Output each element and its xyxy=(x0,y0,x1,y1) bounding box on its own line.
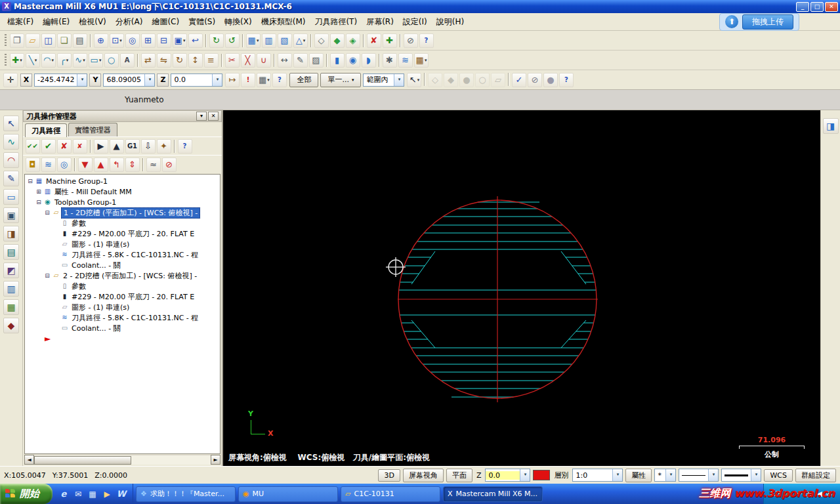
save-file-icon[interactable]: ◫ xyxy=(41,33,56,48)
graphics-viewport[interactable]: Y X 屏幕視角:俯檢視 WCS:俯檢視 刀具/繪圖平面:俯檢視 71.096 … xyxy=(223,110,820,466)
tree-row[interactable]: ⊞ ▥ 屬性 - Mill Default MM xyxy=(25,186,220,197)
menu-machine-type[interactable]: 機床類型(M) xyxy=(257,14,310,30)
curve-tool-icon[interactable]: ∿ xyxy=(3,134,19,150)
menu-file[interactable]: 檔案(F) xyxy=(3,14,38,30)
menu-xform[interactable]: 轉換(X) xyxy=(220,14,257,30)
help-icon[interactable]: ? xyxy=(419,33,434,48)
backplot-icon[interactable]: ▶ xyxy=(94,139,108,154)
panel-horizontal-scrollbar[interactable]: ◄ ► xyxy=(24,455,220,465)
grid-settings-icon[interactable]: ▦▾ xyxy=(414,53,429,68)
viewsheet-3-icon[interactable]: ▤ xyxy=(3,244,19,260)
create-spline-icon[interactable]: ∿▾ xyxy=(73,53,87,68)
panel-collapse-button[interactable]: ▾ xyxy=(196,112,207,121)
word-quicklaunch-icon[interactable]: W xyxy=(116,488,127,500)
select-body-icon[interactable]: ● xyxy=(459,73,474,87)
gview-front-icon[interactable]: ▥ xyxy=(262,33,276,48)
expand-toggle-icon[interactable]: ⊞ xyxy=(35,188,43,195)
tree-row[interactable]: ≋ 刀具路徑 - 5.8K - C1C-10131.NC - 程 xyxy=(25,312,220,323)
menu-analyze[interactable]: 分析(A) xyxy=(111,14,148,30)
menu-screen[interactable]: 屏幕(R) xyxy=(362,14,398,30)
scroll-left-icon[interactable]: ◄ xyxy=(24,455,34,465)
regen-invalid-ops-icon[interactable]: ✔ xyxy=(41,139,56,154)
solid-revolve-icon[interactable]: ◉ xyxy=(346,53,360,68)
gview-button[interactable]: 屏幕視角 xyxy=(403,469,444,482)
select-last-icon[interactable]: ▱ xyxy=(491,73,505,87)
delete-ops-icon[interactable]: ✘ xyxy=(57,139,72,154)
tree-row[interactable]: ► xyxy=(25,333,220,344)
create-arc-icon[interactable]: ◠▾ xyxy=(41,53,56,68)
verify-icon[interactable]: ▲ xyxy=(110,139,124,154)
task-mu[interactable]: ◉MU xyxy=(238,486,338,502)
start-button[interactable]: 開始 xyxy=(0,484,52,504)
point-style-combo[interactable]: *▾ xyxy=(654,469,676,482)
viewsheet-2-icon[interactable]: ◨ xyxy=(3,226,19,242)
post-process-icon[interactable]: ⇩ xyxy=(141,139,156,154)
ie-quicklaunch-icon[interactable]: e xyxy=(58,488,70,500)
menu-help[interactable]: 說明(H) xyxy=(432,14,469,30)
dropdown-caret[interactable]: ▾ xyxy=(77,74,87,86)
fastpoint-icon[interactable]: ↦ xyxy=(225,73,240,87)
surface-icon[interactable]: ◗ xyxy=(362,53,376,68)
arc-tool-icon[interactable]: ◠ xyxy=(3,152,19,168)
dropdown-caret[interactable]: ▾ xyxy=(144,74,154,86)
create-line-icon[interactable]: ╲▾ xyxy=(26,53,40,68)
menu-solids[interactable]: 實體(S) xyxy=(184,14,220,30)
trim-icon[interactable]: ✂ xyxy=(225,53,240,68)
clear-selection-icon[interactable]: ⊘ xyxy=(528,73,542,87)
expand-toggle-icon[interactable]: ⊟ xyxy=(26,178,34,184)
create-text-icon[interactable]: A xyxy=(120,53,135,68)
create-ellipse-icon[interactable]: ○ xyxy=(104,53,119,68)
dropdown-caret[interactable]: ▾ xyxy=(665,469,675,481)
hatch-icon[interactable]: ▨ xyxy=(309,53,324,68)
materials-icon[interactable]: ◆ xyxy=(3,318,19,333)
gview-iso-icon[interactable]: △▾ xyxy=(293,33,308,48)
xform-translate-icon[interactable]: ⇄ xyxy=(141,53,156,68)
menu-settings[interactable]: 設定(I) xyxy=(398,14,432,30)
tree-row[interactable]: ▯ 參數 xyxy=(25,281,220,291)
viewsheet-1-icon[interactable]: ▣ xyxy=(3,207,19,223)
point-position-icon[interactable]: ✛ xyxy=(3,73,18,87)
dropdown-caret[interactable]: ▾ xyxy=(708,469,718,481)
toggle-posting-icon[interactable]: ⊘ xyxy=(162,158,177,172)
cursor-config-icon[interactable]: ▦▾ xyxy=(257,73,271,87)
tree-row[interactable]: ▭ Coolant... - 關 xyxy=(25,260,220,270)
gview-side-icon[interactable]: ▧ xyxy=(278,33,292,48)
tree-row[interactable]: ▱ 圖形 - (1) 串連(s) xyxy=(25,239,220,249)
tree-row[interactable]: ≋ 刀具路徑 - 5.8K - C1C-10131.NC - 程 xyxy=(25,249,220,260)
tree-row[interactable]: ▮ #229 - M20.00 平底刀 - 20. FLAT E xyxy=(25,228,220,239)
expand-toggle-icon[interactable]: ⊟ xyxy=(43,209,51,216)
zoom-window-icon[interactable]: ⊡▾ xyxy=(110,33,124,48)
drag-upload-button[interactable]: 拖拽上传 xyxy=(742,14,793,30)
create-rectangle-icon[interactable]: ▭▾ xyxy=(89,53,103,68)
xform-mirror-icon[interactable]: ⇋ xyxy=(157,53,171,68)
dropdown-caret[interactable]: ▾ xyxy=(520,469,530,481)
menu-edit[interactable]: 編輯(E) xyxy=(38,14,74,30)
attributes-button[interactable]: 屬性 xyxy=(625,469,652,482)
expand-toggle-icon[interactable]: ⊟ xyxy=(35,199,43,205)
select-face-icon[interactable]: ◆ xyxy=(444,73,458,87)
dock-panel-icon[interactable]: ◨ xyxy=(823,118,839,134)
tree-row[interactable]: ⊟ ▦ Machine Group-1 xyxy=(25,176,220,186)
select-edge-icon[interactable]: ○ xyxy=(475,73,490,87)
coord-help-icon[interactable]: ? xyxy=(272,73,287,87)
tab-solids[interactable]: 實體管理器 xyxy=(68,123,117,136)
dropdown-caret[interactable]: ▾ xyxy=(612,469,622,481)
tree-row[interactable]: ▱ 圖形 - (1) 串連(s) xyxy=(25,302,220,312)
zoom-fit-icon[interactable]: ▣▾ xyxy=(173,33,187,48)
toggle-rapid-display-icon[interactable]: ◎ xyxy=(57,158,72,172)
dropdown-caret[interactable]: ▾ xyxy=(394,74,404,86)
xform-rotate-icon[interactable]: ↻ xyxy=(173,53,187,68)
dropdown-caret[interactable]: ▾ xyxy=(212,74,222,86)
tree-row[interactable]: ▮ #229 - M20.00 平底刀 - 20. FLAT E xyxy=(25,291,220,302)
shade-translucent-icon[interactable]: ◈ xyxy=(346,33,360,48)
insert-scroll-icon[interactable]: ⇕ xyxy=(125,158,140,172)
level-combo[interactable]: 1:0▾ xyxy=(572,469,623,482)
tree-row[interactable]: ⊟ ▱ 2 - 2D挖槽 (平面加工) - [WCS: 俯檢視] - xyxy=(25,270,220,281)
entity-color-swatch[interactable] xyxy=(533,470,550,480)
toggle-toolpath-display-icon[interactable]: ≋ xyxy=(41,158,56,172)
dimension-icon[interactable]: ↔ xyxy=(278,53,292,68)
scroll-right-icon[interactable]: ► xyxy=(211,455,220,465)
upload-cloud-icon[interactable]: ⬆ xyxy=(725,15,738,28)
panel-close-button[interactable]: ✕ xyxy=(208,112,219,121)
blank-entity-icon[interactable]: ⊘ xyxy=(404,33,418,48)
